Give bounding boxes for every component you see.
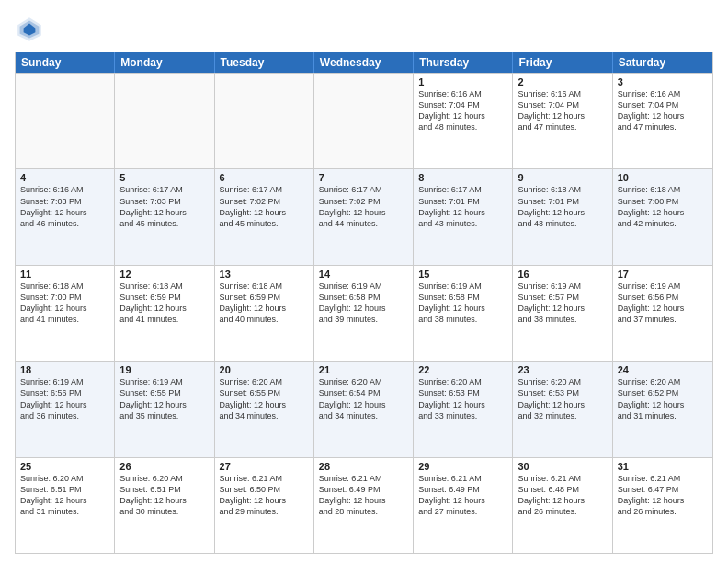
weekday-header: Saturday: [613, 52, 712, 73]
empty-cell: [115, 74, 214, 168]
day-info: Sunrise: 6:16 AM Sunset: 7:04 PM Dayligh…: [618, 88, 708, 133]
day-info: Sunrise: 6:17 AM Sunset: 7:03 PM Dayligh…: [119, 184, 209, 229]
empty-cell: [16, 74, 115, 168]
day-number: 4: [20, 172, 109, 183]
day-cell: 27Sunrise: 6:21 AM Sunset: 6:50 PM Dayli…: [215, 458, 314, 553]
day-cell: 24Sunrise: 6:20 AM Sunset: 6:52 PM Dayli…: [613, 362, 712, 456]
day-number: 2: [518, 76, 607, 87]
day-cell: 13Sunrise: 6:18 AM Sunset: 6:59 PM Dayli…: [215, 266, 314, 361]
day-info: Sunrise: 6:21 AM Sunset: 6:47 PM Dayligh…: [618, 473, 708, 518]
weekday-header: Monday: [115, 52, 214, 73]
day-cell: 1Sunrise: 6:16 AM Sunset: 7:04 PM Daylig…: [414, 74, 513, 168]
day-info: Sunrise: 6:20 AM Sunset: 6:53 PM Dayligh…: [518, 376, 607, 421]
day-number: 25: [20, 461, 109, 472]
day-info: Sunrise: 6:21 AM Sunset: 6:48 PM Dayligh…: [518, 473, 607, 518]
day-number: 10: [618, 172, 708, 183]
day-number: 24: [618, 364, 708, 375]
calendar-body: 1Sunrise: 6:16 AM Sunset: 7:04 PM Daylig…: [16, 73, 712, 553]
day-info: Sunrise: 6:16 AM Sunset: 7:04 PM Dayligh…: [418, 88, 507, 133]
day-number: 15: [418, 269, 507, 280]
day-cell: 18Sunrise: 6:19 AM Sunset: 6:56 PM Dayli…: [16, 362, 115, 456]
day-number: 16: [518, 269, 607, 280]
day-number: 28: [319, 461, 408, 472]
day-cell: 2Sunrise: 6:16 AM Sunset: 7:04 PM Daylig…: [513, 74, 612, 168]
day-number: 3: [618, 76, 708, 87]
weekday-header: Wednesday: [314, 52, 414, 73]
day-info: Sunrise: 6:21 AM Sunset: 6:49 PM Dayligh…: [319, 473, 408, 518]
day-info: Sunrise: 6:17 AM Sunset: 7:01 PM Dayligh…: [418, 184, 507, 229]
day-number: 31: [618, 461, 708, 472]
calendar-header: SundayMondayTuesdayWednesdayThursdayFrid…: [16, 52, 712, 73]
day-info: Sunrise: 6:18 AM Sunset: 6:59 PM Dayligh…: [220, 281, 309, 326]
weekday-header: Thursday: [414, 52, 513, 73]
day-number: 30: [518, 461, 607, 472]
day-cell: 21Sunrise: 6:20 AM Sunset: 6:54 PM Dayli…: [314, 362, 414, 456]
day-number: 6: [220, 172, 309, 183]
day-number: 23: [518, 364, 607, 375]
day-number: 11: [20, 269, 109, 280]
day-info: Sunrise: 6:20 AM Sunset: 6:52 PM Dayligh…: [618, 376, 708, 421]
day-number: 26: [119, 461, 209, 472]
day-info: Sunrise: 6:21 AM Sunset: 6:49 PM Dayligh…: [418, 473, 507, 518]
day-info: Sunrise: 6:20 AM Sunset: 6:55 PM Dayligh…: [220, 376, 309, 421]
day-cell: 29Sunrise: 6:21 AM Sunset: 6:49 PM Dayli…: [414, 458, 513, 553]
day-cell: 28Sunrise: 6:21 AM Sunset: 6:49 PM Dayli…: [314, 458, 414, 553]
calendar-row: 11Sunrise: 6:18 AM Sunset: 7:00 PM Dayli…: [16, 265, 712, 361]
day-cell: 6Sunrise: 6:17 AM Sunset: 7:02 PM Daylig…: [215, 169, 314, 264]
day-number: 29: [418, 461, 507, 472]
day-info: Sunrise: 6:18 AM Sunset: 7:01 PM Dayligh…: [518, 184, 607, 229]
day-info: Sunrise: 6:21 AM Sunset: 6:50 PM Dayligh…: [220, 473, 309, 518]
day-info: Sunrise: 6:19 AM Sunset: 6:57 PM Dayligh…: [518, 281, 607, 326]
day-cell: 17Sunrise: 6:19 AM Sunset: 6:56 PM Dayli…: [613, 266, 712, 361]
day-cell: 22Sunrise: 6:20 AM Sunset: 6:53 PM Dayli…: [414, 362, 513, 456]
day-info: Sunrise: 6:19 AM Sunset: 6:55 PM Dayligh…: [119, 376, 209, 421]
weekday-header: Friday: [513, 52, 612, 73]
day-number: 13: [220, 269, 309, 280]
calendar-row: 4Sunrise: 6:16 AM Sunset: 7:03 PM Daylig…: [16, 168, 712, 264]
day-cell: 30Sunrise: 6:21 AM Sunset: 6:48 PM Dayli…: [513, 458, 612, 553]
day-number: 8: [418, 172, 507, 183]
day-cell: 20Sunrise: 6:20 AM Sunset: 6:55 PM Dayli…: [215, 362, 314, 456]
day-number: 20: [220, 364, 309, 375]
day-cell: 26Sunrise: 6:20 AM Sunset: 6:51 PM Dayli…: [115, 458, 214, 553]
calendar: SundayMondayTuesdayWednesdayThursdayFrid…: [15, 52, 713, 554]
day-info: Sunrise: 6:20 AM Sunset: 6:51 PM Dayligh…: [20, 473, 109, 518]
logo-icon: [15, 15, 44, 44]
day-cell: 25Sunrise: 6:20 AM Sunset: 6:51 PM Dayli…: [16, 458, 115, 553]
day-cell: 16Sunrise: 6:19 AM Sunset: 6:57 PM Dayli…: [513, 266, 612, 361]
day-info: Sunrise: 6:17 AM Sunset: 7:02 PM Dayligh…: [220, 184, 309, 229]
day-info: Sunrise: 6:17 AM Sunset: 7:02 PM Dayligh…: [319, 184, 408, 229]
day-cell: 19Sunrise: 6:19 AM Sunset: 6:55 PM Dayli…: [115, 362, 214, 456]
day-number: 18: [20, 364, 109, 375]
day-number: 17: [618, 269, 708, 280]
day-info: Sunrise: 6:19 AM Sunset: 6:56 PM Dayligh…: [20, 376, 109, 421]
calendar-row: 1Sunrise: 6:16 AM Sunset: 7:04 PM Daylig…: [16, 73, 712, 168]
day-info: Sunrise: 6:19 AM Sunset: 6:56 PM Dayligh…: [618, 281, 708, 326]
day-info: Sunrise: 6:18 AM Sunset: 6:59 PM Dayligh…: [119, 281, 209, 326]
page: SundayMondayTuesdayWednesdayThursdayFrid…: [0, 0, 728, 563]
day-number: 27: [220, 461, 309, 472]
day-number: 22: [418, 364, 507, 375]
day-cell: 4Sunrise: 6:16 AM Sunset: 7:03 PM Daylig…: [16, 169, 115, 264]
empty-cell: [215, 74, 314, 168]
day-cell: 5Sunrise: 6:17 AM Sunset: 7:03 PM Daylig…: [115, 169, 214, 264]
day-number: 19: [119, 364, 209, 375]
day-info: Sunrise: 6:20 AM Sunset: 6:51 PM Dayligh…: [119, 473, 209, 518]
day-info: Sunrise: 6:20 AM Sunset: 6:53 PM Dayligh…: [418, 376, 507, 421]
empty-cell: [314, 74, 414, 168]
day-info: Sunrise: 6:19 AM Sunset: 6:58 PM Dayligh…: [418, 281, 507, 326]
day-number: 14: [319, 269, 408, 280]
weekday-header: Tuesday: [215, 52, 314, 73]
day-cell: 31Sunrise: 6:21 AM Sunset: 6:47 PM Dayli…: [613, 458, 712, 553]
day-number: 7: [319, 172, 408, 183]
day-info: Sunrise: 6:19 AM Sunset: 6:58 PM Dayligh…: [319, 281, 408, 326]
day-number: 12: [119, 269, 209, 280]
day-info: Sunrise: 6:16 AM Sunset: 7:03 PM Dayligh…: [20, 184, 109, 229]
calendar-row: 18Sunrise: 6:19 AM Sunset: 6:56 PM Dayli…: [16, 361, 712, 456]
day-number: 9: [518, 172, 607, 183]
day-cell: 15Sunrise: 6:19 AM Sunset: 6:58 PM Dayli…: [414, 266, 513, 361]
weekday-header: Sunday: [16, 52, 115, 73]
logo: [15, 15, 48, 44]
day-info: Sunrise: 6:18 AM Sunset: 7:00 PM Dayligh…: [20, 281, 109, 326]
day-number: 5: [119, 172, 209, 183]
